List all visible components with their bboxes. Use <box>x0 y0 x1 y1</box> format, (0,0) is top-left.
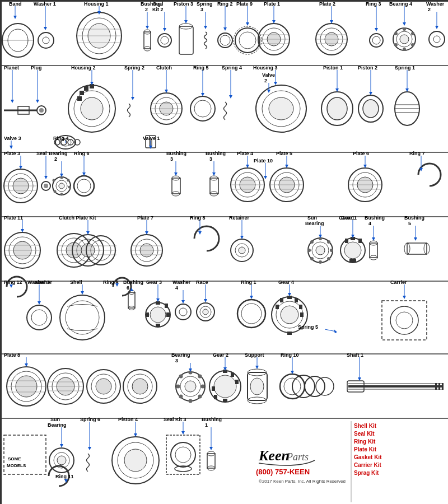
svg-text:Housing 3: Housing 3 <box>253 65 278 71</box>
svg-text:Kit 2: Kit 2 <box>152 7 164 12</box>
svg-text:Housing 2: Housing 2 <box>71 65 96 71</box>
svg-point-444 <box>214 375 236 398</box>
svg-point-49 <box>411 43 414 46</box>
svg-text:2: 2 <box>145 7 148 12</box>
svg-point-297 <box>310 257 314 260</box>
svg-text:Plate 9: Plate 9 <box>236 1 253 7</box>
svg-text:Housing 1: Housing 1 <box>84 1 109 7</box>
svg-point-437 <box>201 385 205 389</box>
svg-text:Carrier Kit: Carrier Kit <box>354 462 382 468</box>
svg-text:©2017 Keen Parts, Inc. All Rig: ©2017 Keen Parts, Inc. All Rights Reserv… <box>259 479 346 484</box>
svg-text:Gear 1: Gear 1 <box>341 215 357 221</box>
svg-point-441 <box>176 385 180 389</box>
svg-text:Shaft 1: Shaft 1 <box>347 352 363 358</box>
svg-point-431 <box>132 379 148 394</box>
svg-text:Plate 11: Plate 11 <box>4 215 23 221</box>
svg-text:Bushing: Bushing <box>202 417 222 422</box>
svg-text:Ring 1: Ring 1 <box>241 279 256 285</box>
svg-rect-367 <box>295 298 298 302</box>
svg-text:Ring 5: Ring 5 <box>193 65 209 71</box>
svg-point-298 <box>307 249 311 252</box>
svg-point-52 <box>394 32 398 35</box>
svg-point-46 <box>400 35 409 44</box>
svg-text:Valve 3: Valve 3 <box>4 136 21 141</box>
svg-point-439 <box>189 399 193 403</box>
svg-text:Plate 5: Plate 5 <box>276 151 292 156</box>
svg-text:Clutch Plate Kit: Clutch Plate Kit <box>59 215 96 221</box>
svg-text:Piston 2: Piston 2 <box>358 65 377 71</box>
svg-point-288 <box>239 247 245 254</box>
svg-text:Washer: Washer <box>426 1 445 7</box>
svg-text:Bearing: Bearing <box>305 221 324 226</box>
svg-text:Piston 3: Piston 3 <box>174 1 193 7</box>
svg-text:Ring Kit: Ring Kit <box>354 438 376 445</box>
svg-point-191 <box>44 184 48 188</box>
diagram-container: Band Washer 1 Housing 1 Bushing 2 Seal K… <box>0 0 448 504</box>
svg-text:Ring 6: Ring 6 <box>74 151 90 156</box>
svg-text:Plate 2: Plate 2 <box>319 1 335 7</box>
svg-text:Shell: Shell <box>70 279 82 285</box>
svg-point-200 <box>53 179 55 182</box>
svg-point-104 <box>39 108 44 113</box>
svg-point-197 <box>68 186 71 189</box>
svg-point-301 <box>344 242 361 259</box>
svg-text:Bearing: Bearing <box>49 151 68 156</box>
svg-rect-111 <box>77 96 82 101</box>
svg-point-296 <box>319 260 322 264</box>
svg-text:Spring 6: Spring 6 <box>80 417 100 422</box>
svg-text:Piston 1: Piston 1 <box>323 65 343 71</box>
svg-text:Seal Kit 3: Seal Kit 3 <box>164 417 186 422</box>
svg-text:Gear 3: Gear 3 <box>146 279 162 285</box>
svg-point-198 <box>60 193 63 196</box>
svg-text:MODELS: MODELS <box>7 463 26 468</box>
svg-text:Seal: Seal <box>153 1 164 7</box>
svg-text:Valve: Valve <box>262 72 275 78</box>
svg-rect-371 <box>280 298 283 302</box>
svg-rect-463 <box>435 383 437 390</box>
svg-point-126 <box>363 100 379 118</box>
svg-text:Washer 1: Washer 1 <box>34 1 56 7</box>
svg-text:Ring 11: Ring 11 <box>55 474 74 479</box>
svg-point-494 <box>124 449 147 472</box>
svg-text:Gear 4: Gear 4 <box>278 279 294 285</box>
svg-text:Washer: Washer <box>172 279 191 285</box>
svg-text:Ring 3: Ring 3 <box>366 1 381 7</box>
svg-point-360 <box>203 309 208 315</box>
svg-text:Spring 1: Spring 1 <box>395 65 415 71</box>
svg-text:Keen: Keen <box>258 447 290 464</box>
svg-rect-354 <box>156 324 160 327</box>
svg-text:Bushing: Bushing <box>123 279 143 285</box>
svg-rect-464 <box>438 383 440 390</box>
svg-point-51 <box>394 43 398 46</box>
svg-text:Planet: Planet <box>4 65 19 71</box>
svg-point-107 <box>81 97 103 120</box>
svg-point-122 <box>269 97 293 120</box>
svg-point-47 <box>403 27 406 31</box>
svg-point-434 <box>185 381 196 392</box>
svg-text:Seal: Seal <box>36 151 47 156</box>
main-diagram: Band Washer 1 Housing 1 Bushing 2 Seal K… <box>1 1 448 504</box>
svg-point-194 <box>59 183 64 189</box>
svg-text:Ring 4: Ring 4 <box>53 136 69 141</box>
svg-rect-465 <box>442 383 444 390</box>
svg-text:3: 3 <box>209 156 212 162</box>
svg-rect-450 <box>212 386 215 391</box>
svg-text:Plate 1: Plate 1 <box>264 1 280 7</box>
svg-point-428 <box>96 379 111 394</box>
svg-text:Sun: Sun <box>307 215 317 221</box>
svg-text:Bushing: Bushing <box>166 151 186 156</box>
svg-point-350 <box>150 307 166 323</box>
svg-text:Bushing: Bushing <box>404 215 424 221</box>
svg-rect-355 <box>146 312 149 317</box>
svg-rect-303 <box>345 239 348 243</box>
svg-point-48 <box>411 32 414 35</box>
svg-point-365 <box>281 306 298 324</box>
svg-text:Plate Kit: Plate Kit <box>354 446 377 452</box>
svg-text:(800) 757-KEEN: (800) 757-KEEN <box>256 468 310 476</box>
svg-text:washer: washer <box>34 279 53 285</box>
svg-text:Plate 3: Plate 3 <box>4 151 20 156</box>
svg-point-438 <box>198 395 202 399</box>
svg-text:Bearing 4: Bearing 4 <box>389 1 412 7</box>
svg-rect-370 <box>287 332 292 335</box>
svg-text:Band: Band <box>9 1 22 7</box>
